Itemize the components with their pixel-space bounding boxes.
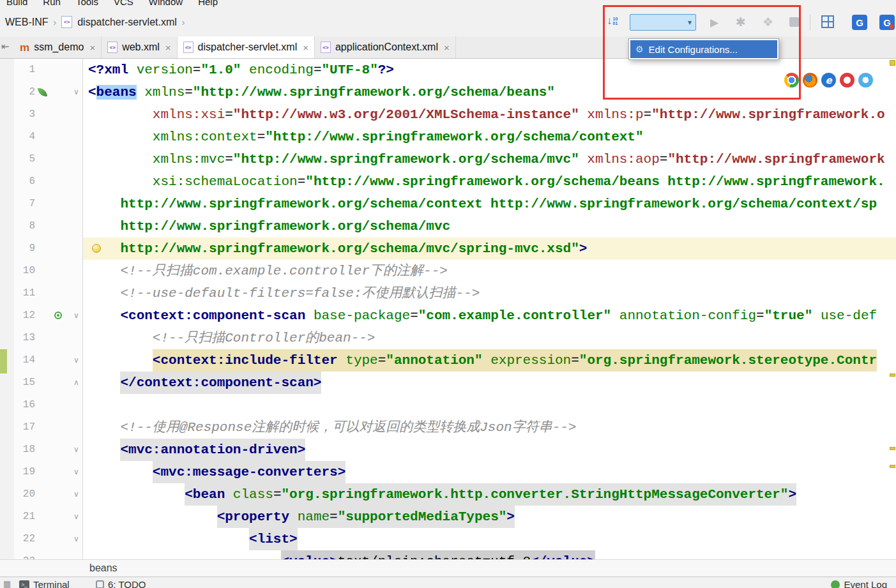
code-line[interactable]: 4 xmlns:context="http://www.springframew…	[14, 126, 896, 148]
menu-help[interactable]: Help	[198, 0, 218, 8]
code-line[interactable]: 1<?xml version="1.0" encoding="UTF-8"?>	[14, 59, 896, 81]
event-log-button[interactable]: Event Log	[831, 579, 887, 588]
menu-item-edit-configurations[interactable]: ⚙ Edit Configurations...	[630, 40, 777, 58]
warning-stripe-mark[interactable]	[890, 60, 895, 66]
warning-stripe-mark[interactable]	[890, 373, 895, 377]
vcs-change-marker[interactable]	[0, 349, 7, 373]
editor-tab[interactable]: <>web.xml×	[102, 36, 177, 58]
menu-vcs[interactable]: VCS	[114, 0, 133, 8]
run-configuration-select[interactable]: ▾	[630, 14, 696, 31]
editor-tab[interactable]: <>applicationContext.xml×	[315, 36, 456, 58]
menu-window[interactable]: Window	[149, 0, 183, 8]
todo-button[interactable]: 6: TODO	[96, 579, 146, 588]
arrow-down-numbers-icon[interactable]: ↓ 1001	[607, 15, 618, 27]
code-line[interactable]: 13 <!--只扫描Controller的bean-->	[14, 327, 896, 349]
fold-icon[interactable]: ∨	[72, 81, 81, 103]
stop-button[interactable]	[789, 17, 799, 27]
token	[305, 308, 314, 323]
menu-build[interactable]: Build	[6, 0, 27, 8]
run-button[interactable]: ▶	[710, 16, 718, 29]
gutter-cell: ∨	[35, 483, 83, 506]
code-editor[interactable]: 1<?xml version="1.0" encoding="UTF-8"?>2…	[0, 59, 896, 559]
code-line[interactable]: 3 xmlns:xsi="http://www.w3.org/2001/XMLS…	[14, 103, 896, 126]
spring-scan-icon[interactable]	[54, 312, 62, 319]
code-line[interactable]: 20∨ <bean class="org.springframework.htt…	[14, 483, 896, 506]
tab-close-icon[interactable]: ×	[89, 42, 95, 53]
spring-bean-icon[interactable]	[38, 87, 47, 98]
breadcrumb-tag[interactable]: beans	[89, 562, 118, 574]
code-line[interactable]: 16	[14, 394, 896, 416]
gutter-cell	[35, 103, 83, 126]
fold-icon[interactable]: ∨	[72, 461, 81, 483]
code-text: xmlns:context="http://www.springframewor…	[153, 126, 644, 148]
code-line[interactable]: 18∨ <mvc:annotation-driven>	[14, 439, 896, 461]
browser-safari-icon[interactable]	[858, 73, 873, 87]
warning-stripe-mark[interactable]	[890, 447, 895, 450]
line-number: 4	[14, 126, 35, 148]
code-line[interactable]: 15∧ </context:component-scan>	[14, 372, 896, 394]
token: <value>	[281, 554, 337, 559]
menu-tools[interactable]: Tools	[76, 0, 98, 8]
tab-close-icon[interactable]: ×	[165, 42, 171, 53]
code-line[interactable]: 11 <!--use-default-filters=false:不使用默认扫描…	[14, 282, 896, 305]
token: <	[88, 85, 96, 100]
error-stripe	[888, 59, 896, 559]
tab-close-icon[interactable]: ×	[303, 42, 308, 53]
input-method-icon[interactable]: G	[879, 15, 895, 30]
browser-chrome-icon[interactable]	[784, 73, 799, 87]
code-line[interactable]: 19∨ <mvc:message-converters>	[14, 461, 896, 483]
code-line[interactable]: 9 http://www.springframework.org/schema/…	[14, 237, 896, 260]
intention-bulb-icon[interactable]	[92, 244, 101, 253]
fold-icon[interactable]: ∨	[72, 439, 81, 461]
fold-icon[interactable]: ∧	[72, 372, 81, 394]
code-line[interactable]: 12∨ <context:component-scan base-package…	[14, 305, 896, 327]
warning-stripe-mark[interactable]	[890, 465, 895, 468]
code-line[interactable]: 7 http://www.springframework.org/schema/…	[14, 193, 896, 215]
code-line[interactable]: 10 <!--只扫描com.example.controller下的注解-->	[14, 260, 896, 282]
toolbox-icon[interactable]: ▦	[3, 579, 11, 588]
indent	[88, 349, 153, 372]
tab-label: ssm_demo	[34, 41, 84, 53]
breadcrumb-folder[interactable]: WEB-INF	[5, 17, 49, 28]
code-text: <mvc:message-converters>	[153, 461, 345, 483]
coverage-button[interactable]: ✱	[736, 15, 746, 29]
profile-button[interactable]: ❖	[763, 15, 773, 29]
browser-firefox-icon[interactable]	[803, 73, 817, 87]
code-text: <?xml version="1.0" encoding="UTF-8"?>	[88, 59, 394, 81]
input-method-icon[interactable]: G	[852, 15, 867, 30]
fold-icon[interactable]: ∨	[72, 506, 81, 528]
terminal-button[interactable]: >_ Terminal	[19, 579, 70, 588]
browser-ie-icon[interactable]: e	[821, 73, 836, 87]
window-grid-icon[interactable]	[821, 15, 834, 28]
fold-icon[interactable]: ∨	[72, 305, 81, 327]
code-line[interactable]: 8 http://www.springframework.org/schema/…	[14, 215, 896, 237]
hide-tabs-arrow-icon[interactable]: ⇤	[1, 41, 10, 52]
token: <bean	[185, 487, 225, 502]
line-number: 16	[14, 394, 35, 416]
code-line[interactable]: 2∨<beans xmlns="http://www.springframewo…	[14, 81, 896, 103]
code-line[interactable]: 21∨ <property name="supportedMediaTypes"…	[14, 506, 896, 528]
code-line[interactable]: 17 <!--使用@Response注解的时候，可以对返回的类型转换成Json字…	[14, 416, 896, 439]
token: encoding	[249, 63, 314, 77]
code-line[interactable]: 23 <value>text/plain;charset=utf-8</valu…	[14, 550, 896, 559]
code-area[interactable]: 1<?xml version="1.0" encoding="UTF-8"?>2…	[14, 59, 896, 559]
fold-icon[interactable]: ∨	[72, 528, 81, 550]
breadcrumb-file[interactable]: dispatcher-servlet.xml	[77, 17, 177, 28]
menu-run[interactable]: Run	[43, 0, 61, 8]
code-line[interactable]: 22∨ <list>	[14, 528, 896, 550]
token: http://www.springframework.org/schema/mv…	[120, 241, 579, 256]
code-line[interactable]: 5 xmlns:mvc="http://www.springframework.…	[14, 148, 896, 170]
fold-icon[interactable]: ∨	[72, 483, 81, 506]
browser-opera-icon[interactable]	[840, 73, 854, 87]
line-filler	[345, 461, 896, 483]
line-filler	[321, 372, 896, 394]
code-line[interactable]: 14∨ <context:include-filter type="annota…	[14, 349, 896, 372]
editor-tab[interactable]: mssm_demo×	[14, 36, 102, 58]
gutter-cell	[35, 260, 83, 282]
menu-bar: BuildRunToolsVCSWindowHelp	[0, 0, 896, 8]
code-line[interactable]: 6 xsi:schemaLocation="http://www.springf…	[14, 170, 896, 193]
edit-configurations-icon: ⚙	[635, 44, 644, 54]
tab-close-icon[interactable]: ×	[444, 42, 450, 53]
fold-icon[interactable]: ∨	[72, 349, 81, 372]
editor-tab[interactable]: <>dispatcher-servlet.xml×	[178, 36, 315, 58]
